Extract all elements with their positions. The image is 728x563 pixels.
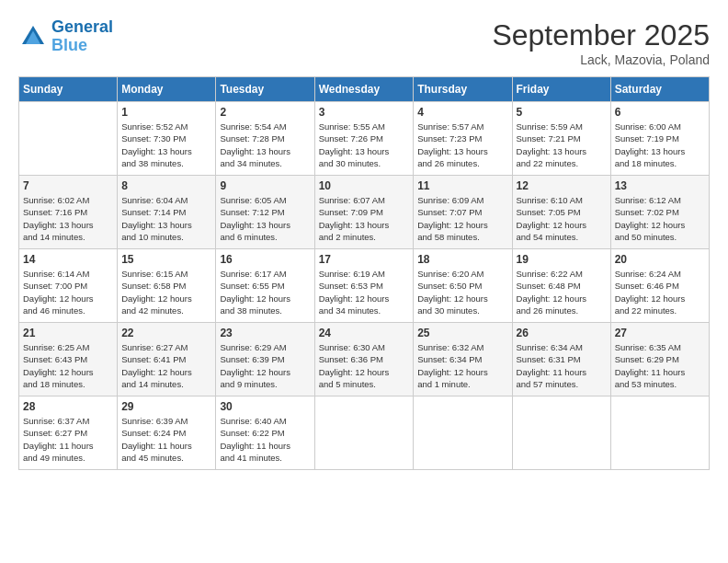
day-info: Sunrise: 6:22 AMSunset: 6:48 PMDaylight:… (517, 268, 607, 316)
page-header: General Blue September 2025 Lack, Mazovi… (18, 18, 710, 67)
calendar-week-5: 28Sunrise: 6:37 AMSunset: 6:27 PMDayligh… (19, 396, 710, 470)
day-number: 6 (615, 106, 705, 119)
day-number: 22 (121, 327, 211, 339)
calendar-table: SundayMondayTuesdayWednesdayThursdayFrid… (18, 76, 710, 470)
weekday-header-tuesday: Tuesday (216, 77, 314, 102)
day-number: 12 (517, 179, 607, 192)
weekday-header-wednesday: Wednesday (314, 77, 414, 102)
day-number: 18 (417, 253, 507, 266)
calendar-cell: 2Sunrise: 5:54 AMSunset: 7:28 PMDaylight… (216, 102, 314, 176)
calendar-cell (512, 396, 610, 470)
calendar-cell: 28Sunrise: 6:37 AMSunset: 6:27 PMDayligh… (19, 396, 118, 470)
day-number: 27 (615, 327, 705, 339)
day-number: 21 (23, 327, 113, 339)
calendar-cell (19, 102, 118, 176)
calendar-cell: 26Sunrise: 6:34 AMSunset: 6:31 PMDayligh… (512, 323, 610, 396)
calendar-cell: 25Sunrise: 6:32 AMSunset: 6:34 PMDayligh… (414, 323, 512, 396)
day-info: Sunrise: 6:17 AMSunset: 6:55 PMDaylight:… (220, 268, 310, 316)
day-info: Sunrise: 6:24 AMSunset: 6:46 PMDaylight:… (615, 268, 705, 316)
day-number: 10 (319, 179, 410, 192)
calendar-cell: 3Sunrise: 5:55 AMSunset: 7:26 PMDaylight… (314, 102, 414, 176)
calendar-cell: 13Sunrise: 6:12 AMSunset: 7:02 PMDayligh… (610, 176, 709, 249)
day-info: Sunrise: 6:30 AMSunset: 6:36 PMDaylight:… (319, 341, 410, 390)
day-number: 26 (517, 327, 607, 339)
day-number: 13 (615, 179, 705, 192)
calendar-cell: 7Sunrise: 6:02 AMSunset: 7:16 PMDaylight… (19, 176, 118, 249)
weekday-header-monday: Monday (118, 77, 216, 102)
day-number: 25 (417, 327, 507, 339)
day-info: Sunrise: 6:40 AMSunset: 6:22 PMDaylight:… (220, 415, 310, 464)
day-info: Sunrise: 6:27 AMSunset: 6:41 PMDaylight:… (121, 341, 211, 390)
day-info: Sunrise: 5:55 AMSunset: 7:26 PMDaylight:… (319, 121, 410, 169)
day-info: Sunrise: 6:37 AMSunset: 6:27 PMDaylight:… (23, 415, 113, 464)
calendar-cell: 18Sunrise: 6:20 AMSunset: 6:50 PMDayligh… (414, 249, 512, 323)
day-info: Sunrise: 6:02 AMSunset: 7:16 PMDaylight:… (23, 194, 113, 243)
weekday-header-friday: Friday (512, 77, 610, 102)
calendar-week-2: 7Sunrise: 6:02 AMSunset: 7:16 PMDaylight… (19, 176, 710, 249)
logo-text: General Blue (51, 18, 113, 55)
calendar-cell: 21Sunrise: 6:25 AMSunset: 6:43 PMDayligh… (19, 323, 118, 396)
day-info: Sunrise: 6:20 AMSunset: 6:50 PMDaylight:… (417, 268, 507, 316)
logo-icon (18, 22, 48, 52)
title-block: September 2025 Lack, Mazovia, Poland (492, 18, 710, 67)
calendar-cell: 14Sunrise: 6:14 AMSunset: 7:00 PMDayligh… (19, 249, 118, 323)
calendar-cell: 23Sunrise: 6:29 AMSunset: 6:39 PMDayligh… (216, 323, 314, 396)
day-number: 29 (121, 400, 211, 413)
day-info: Sunrise: 6:15 AMSunset: 6:58 PMDaylight:… (121, 268, 211, 316)
day-number: 30 (220, 400, 310, 413)
day-number: 28 (23, 400, 113, 413)
calendar-cell: 5Sunrise: 5:59 AMSunset: 7:21 PMDaylight… (512, 102, 610, 176)
day-info: Sunrise: 6:19 AMSunset: 6:53 PMDaylight:… (319, 268, 410, 316)
day-number: 3 (319, 106, 410, 119)
day-number: 7 (23, 179, 113, 192)
day-number: 15 (121, 253, 211, 266)
day-info: Sunrise: 6:35 AMSunset: 6:29 PMDaylight:… (615, 341, 705, 390)
weekday-header-saturday: Saturday (610, 77, 709, 102)
calendar-week-4: 21Sunrise: 6:25 AMSunset: 6:43 PMDayligh… (19, 323, 710, 396)
calendar-cell: 9Sunrise: 6:05 AMSunset: 7:12 PMDaylight… (216, 176, 314, 249)
day-info: Sunrise: 6:25 AMSunset: 6:43 PMDaylight:… (23, 341, 113, 390)
calendar-cell: 10Sunrise: 6:07 AMSunset: 7:09 PMDayligh… (314, 176, 414, 249)
day-number: 9 (220, 179, 310, 192)
day-info: Sunrise: 6:12 AMSunset: 7:02 PMDaylight:… (615, 194, 705, 243)
calendar-cell: 30Sunrise: 6:40 AMSunset: 6:22 PMDayligh… (216, 396, 314, 470)
calendar-cell: 12Sunrise: 6:10 AMSunset: 7:05 PMDayligh… (512, 176, 610, 249)
day-info: Sunrise: 6:00 AMSunset: 7:19 PMDaylight:… (615, 121, 705, 169)
day-info: Sunrise: 6:29 AMSunset: 6:39 PMDaylight:… (220, 341, 310, 390)
day-number: 2 (220, 106, 310, 119)
day-info: Sunrise: 6:10 AMSunset: 7:05 PMDaylight:… (517, 194, 607, 243)
logo: General Blue (18, 18, 113, 55)
month-title: September 2025 (492, 18, 710, 52)
calendar-cell: 27Sunrise: 6:35 AMSunset: 6:29 PMDayligh… (610, 323, 709, 396)
calendar-cell (414, 396, 512, 470)
calendar-cell: 4Sunrise: 5:57 AMSunset: 7:23 PMDaylight… (414, 102, 512, 176)
day-number: 1 (121, 106, 211, 119)
day-info: Sunrise: 6:34 AMSunset: 6:31 PMDaylight:… (517, 341, 607, 390)
day-number: 24 (319, 327, 410, 339)
weekday-header-thursday: Thursday (414, 77, 512, 102)
calendar-cell: 20Sunrise: 6:24 AMSunset: 6:46 PMDayligh… (610, 249, 709, 323)
day-info: Sunrise: 6:09 AMSunset: 7:07 PMDaylight:… (417, 194, 507, 243)
calendar-cell (610, 396, 709, 470)
day-info: Sunrise: 5:59 AMSunset: 7:21 PMDaylight:… (517, 121, 607, 169)
day-number: 19 (517, 253, 607, 266)
calendar-cell: 6Sunrise: 6:00 AMSunset: 7:19 PMDaylight… (610, 102, 709, 176)
day-number: 14 (23, 253, 113, 266)
day-info: Sunrise: 6:07 AMSunset: 7:09 PMDaylight:… (319, 194, 410, 243)
day-number: 17 (319, 253, 410, 266)
day-number: 16 (220, 253, 310, 266)
weekday-header-sunday: Sunday (19, 77, 118, 102)
day-info: Sunrise: 5:54 AMSunset: 7:28 PMDaylight:… (220, 121, 310, 169)
calendar-cell: 11Sunrise: 6:09 AMSunset: 7:07 PMDayligh… (414, 176, 512, 249)
day-number: 20 (615, 253, 705, 266)
day-number: 23 (220, 327, 310, 339)
day-info: Sunrise: 6:05 AMSunset: 7:12 PMDaylight:… (220, 194, 310, 243)
day-info: Sunrise: 6:14 AMSunset: 7:00 PMDaylight:… (23, 268, 113, 316)
calendar-cell: 19Sunrise: 6:22 AMSunset: 6:48 PMDayligh… (512, 249, 610, 323)
calendar-cell: 8Sunrise: 6:04 AMSunset: 7:14 PMDaylight… (118, 176, 216, 249)
calendar-cell: 17Sunrise: 6:19 AMSunset: 6:53 PMDayligh… (314, 249, 414, 323)
calendar-cell: 1Sunrise: 5:52 AMSunset: 7:30 PMDaylight… (118, 102, 216, 176)
calendar-cell: 29Sunrise: 6:39 AMSunset: 6:24 PMDayligh… (118, 396, 216, 470)
day-number: 4 (417, 106, 507, 119)
day-info: Sunrise: 5:52 AMSunset: 7:30 PMDaylight:… (121, 121, 211, 169)
